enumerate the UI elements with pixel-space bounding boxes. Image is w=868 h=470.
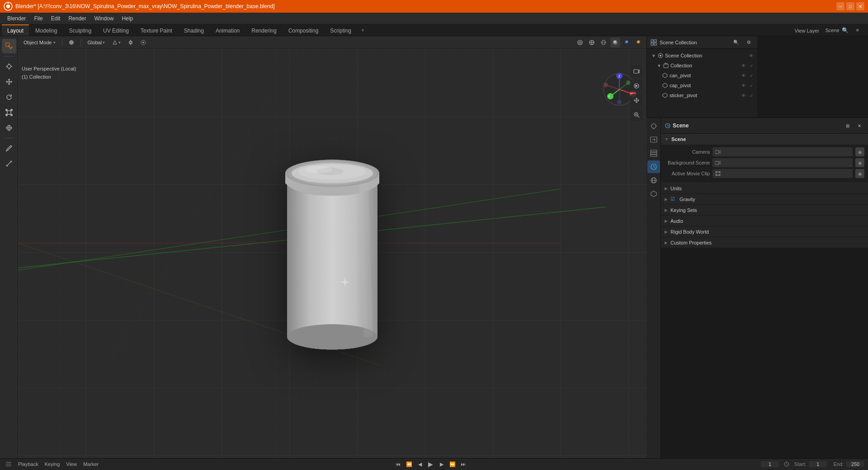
tab-sculpting[interactable]: Sculpting: [64, 24, 97, 36]
material-shading-button[interactable]: [622, 38, 632, 47]
tab-compositing[interactable]: Compositing: [283, 24, 324, 36]
movie-clip-picker-icon[interactable]: ◉: [855, 169, 864, 178]
collection-restrict-icon[interactable]: ✓: [748, 62, 755, 69]
tab-modeling[interactable]: Modeling: [30, 24, 63, 36]
snap-options[interactable]: [125, 39, 136, 46]
outliner-can-pivot[interactable]: can_pivot 👁 ✓: [647, 70, 757, 80]
wireframe-shading-button[interactable]: [599, 38, 609, 47]
keying-menu[interactable]: Keying: [43, 461, 62, 467]
tab-texture-paint[interactable]: Texture Paint: [135, 24, 178, 36]
camera-view-button[interactable]: [630, 65, 643, 78]
current-frame-input[interactable]: 1: [761, 461, 779, 467]
add-workspace-button[interactable]: +: [358, 24, 368, 36]
custom-properties-section[interactable]: ▶ Custom Properties: [661, 237, 868, 248]
audio-section[interactable]: ▶ Audio: [661, 216, 868, 226]
maximize-button[interactable]: □: [846, 2, 854, 10]
end-frame-input[interactable]: 250: [846, 461, 864, 467]
movie-clip-value[interactable]: [712, 169, 853, 178]
visibility-eye-icon[interactable]: 👁: [748, 52, 755, 59]
properties-expand-button[interactable]: ⊞: [843, 121, 853, 131]
properties-close-button[interactable]: ✕: [854, 121, 864, 131]
tab-shading[interactable]: Shading: [179, 24, 209, 36]
outliner-filter-button[interactable]: ⚙: [744, 38, 754, 47]
minimize-button[interactable]: ─: [836, 2, 844, 10]
menu-render[interactable]: Render: [65, 14, 90, 23]
measure-tool-button[interactable]: [2, 156, 16, 171]
scene-canvas[interactable]: User Perspective (Local) (1) Collection …: [18, 49, 646, 458]
camera-picker-icon[interactable]: ◉: [855, 147, 864, 156]
menu-blender[interactable]: Blender: [4, 14, 29, 23]
search-button[interactable]: 🔍: [840, 25, 850, 35]
solid-shading-button[interactable]: [610, 38, 620, 47]
rotate-tool-button[interactable]: [2, 90, 16, 104]
tab-scripting[interactable]: Scripting: [325, 24, 357, 36]
proportional-edit[interactable]: [138, 39, 149, 46]
rendered-shading-button[interactable]: [634, 38, 644, 47]
transform-pivot[interactable]: ▾: [109, 39, 123, 46]
can-pivot-eye-icon[interactable]: 👁: [741, 72, 747, 79]
jump-next-keyframe-button[interactable]: ⏩: [448, 460, 457, 468]
playback-menu[interactable]: Playback: [16, 461, 40, 467]
tab-uv-editing[interactable]: UV Editing: [98, 24, 134, 36]
view-layer-properties-icon[interactable]: [647, 147, 660, 160]
cap-pivot-eye-icon[interactable]: 👁: [741, 82, 747, 89]
bg-scene-picker-icon[interactable]: ◉: [855, 158, 864, 167]
menu-edit[interactable]: Edit: [47, 14, 64, 23]
menu-window[interactable]: Window: [91, 14, 118, 23]
render-preview-button[interactable]: [630, 80, 643, 92]
outliner-scene-collection[interactable]: ▼ Scene Collection 👁: [647, 51, 757, 61]
scene-properties-icon[interactable]: [647, 160, 660, 173]
scale-tool-button[interactable]: [2, 105, 16, 120]
select-tool-button[interactable]: [2, 39, 16, 53]
view-layer-icon[interactable]: ≡: [853, 25, 863, 35]
zoom-viewport-button[interactable]: [630, 108, 643, 121]
viewport[interactable]: Object Mode▾ Global ▾ ▾: [18, 36, 646, 458]
viewport-shading-options[interactable]: [66, 39, 77, 46]
start-frame-input[interactable]: 1: [809, 461, 827, 467]
keying-sets-section[interactable]: ▶ Keying Sets: [661, 205, 868, 216]
cap-pivot-restrict-icon[interactable]: ✓: [748, 82, 755, 89]
tab-rendering[interactable]: Rendering: [246, 24, 282, 36]
viewport-gizmos-button[interactable]: [587, 38, 597, 47]
tab-layout[interactable]: Layout: [2, 24, 29, 36]
move-viewport-button[interactable]: [630, 94, 643, 107]
annotate-tool-button[interactable]: [2, 141, 16, 155]
close-button[interactable]: ✕: [856, 2, 864, 10]
outliner-search-button[interactable]: 🔍: [731, 38, 741, 47]
play-button[interactable]: ▶: [427, 460, 435, 468]
sticker-pivot-eye-icon[interactable]: 👁: [741, 92, 747, 99]
sticker-pivot-restrict-icon[interactable]: ✓: [748, 92, 755, 99]
outliner-collection[interactable]: ▼ Collection 👁 ✓: [647, 61, 757, 70]
cursor-tool-button[interactable]: [2, 59, 16, 74]
collection-eye-icon[interactable]: 👁: [741, 62, 747, 69]
scene-selector[interactable]: Scene: [827, 25, 837, 35]
object-mode-selector[interactable]: Object Mode▾: [21, 39, 58, 46]
render-properties-icon[interactable]: [647, 120, 660, 132]
menu-file[interactable]: File: [30, 14, 46, 23]
jump-start-button[interactable]: ⏮: [394, 460, 402, 468]
prev-frame-button[interactable]: ◀: [416, 460, 424, 468]
can-pivot-restrict-icon[interactable]: ✓: [748, 72, 755, 79]
rigid-body-world-section[interactable]: ▶ Rigid Body World: [661, 226, 868, 237]
jump-prev-keyframe-button[interactable]: ⏪: [405, 460, 413, 468]
next-frame-button[interactable]: ▶: [438, 460, 446, 468]
gravity-section[interactable]: ▶ ☑ Gravity: [661, 194, 868, 205]
bg-scene-value[interactable]: [712, 158, 853, 167]
tab-animation[interactable]: Animation: [210, 24, 245, 36]
view-layer-tab[interactable]: View Layer: [789, 27, 825, 33]
outliner-sticker-pivot[interactable]: sticker_pivot 👁 ✓: [647, 90, 757, 100]
camera-value[interactable]: [712, 147, 853, 156]
move-tool-button[interactable]: [2, 75, 16, 89]
output-properties-icon[interactable]: [647, 133, 660, 146]
menu-help[interactable]: Help: [118, 14, 137, 23]
global-transform[interactable]: Global ▾: [85, 39, 108, 46]
viewport-overlays-button[interactable]: [575, 38, 585, 47]
gravity-checkbox[interactable]: ☑: [670, 196, 675, 202]
scene-section-header[interactable]: ▼ Scene: [661, 134, 868, 145]
marker-menu[interactable]: Marker: [81, 461, 100, 467]
transform-tool-button[interactable]: [2, 121, 16, 135]
units-section[interactable]: ▶ Units: [661, 183, 868, 194]
view-menu[interactable]: View: [64, 461, 79, 467]
jump-end-button[interactable]: ⏭: [459, 460, 467, 468]
outliner-cap-pivot[interactable]: cap_pivot 👁 ✓: [647, 80, 757, 90]
